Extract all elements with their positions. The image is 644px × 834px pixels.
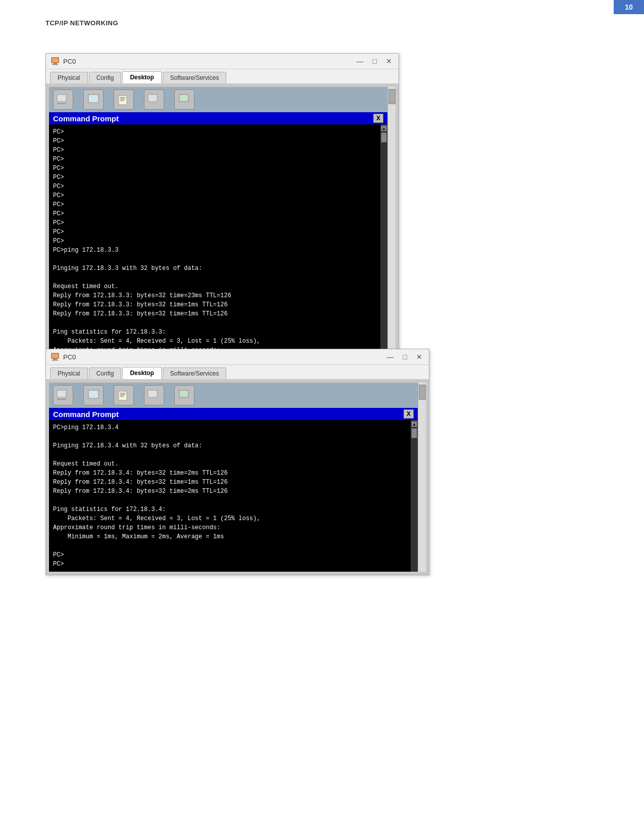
desktop-icon-1d: [144, 89, 164, 110]
cmd-scroll-up-1[interactable]: ▲: [381, 125, 387, 131]
svg-rect-16: [53, 359, 57, 360]
window-2-content: Command Prompt X PC>ping 172.18.3.4 Ping…: [46, 380, 429, 575]
window-2-title: PC0: [63, 353, 76, 361]
svg-rect-22: [90, 398, 96, 400]
svg-rect-15: [52, 353, 59, 358]
page-header: TCP/IP NETWORKING: [45, 19, 118, 27]
close-button[interactable]: ✕: [384, 58, 393, 65]
tab-desktop-2[interactable]: Desktop: [122, 367, 161, 379]
window-2-titlebar: PC0 — □ ✕: [46, 349, 429, 365]
desktop-icon-1e: [174, 89, 194, 110]
svg-rect-4: [58, 102, 65, 103]
cmd-body-2: PC>ping 172.18.3.4 Pinging 172.18.3.4 wi…: [49, 420, 411, 572]
window-1-controls[interactable]: — □ ✕: [355, 58, 393, 65]
minimize-button-2[interactable]: —: [385, 353, 395, 360]
svg-rect-29: [179, 390, 188, 397]
desktop-icon-1c: [114, 89, 134, 110]
cmd-body-scroll-2: PC>ping 172.18.3.4 Pinging 172.18.3.4 wi…: [49, 420, 418, 572]
window-2: PC0 — □ ✕ Physical Config Desktop Softwa…: [45, 349, 429, 575]
window-2-scroll-area: Command Prompt X PC>ping 172.18.3.4 Ping…: [49, 383, 426, 572]
desktop-icon-2c: [114, 385, 134, 405]
cmd-scroll-up-2[interactable]: ▲: [411, 421, 417, 427]
maximize-button[interactable]: □: [371, 58, 378, 65]
desktop-icon-2e: [174, 385, 194, 405]
pc-icon: [51, 57, 60, 66]
cmd-titlebar-2: Command Prompt X: [49, 408, 418, 420]
window-2-scrollbar[interactable]: [418, 383, 426, 572]
svg-rect-23: [119, 391, 127, 400]
desktop-icon-2b: [83, 385, 104, 405]
desktop-icon-1b: [83, 89, 104, 110]
window-2-title-area: PC0: [51, 352, 76, 361]
tab-physical-2[interactable]: Physical: [50, 367, 88, 379]
svg-rect-18: [57, 390, 66, 397]
svg-rect-5: [57, 103, 66, 104]
window-1-titlebar: PC0 — □ ✕: [46, 54, 399, 69]
window-2-tabs: Physical Config Desktop Software/Service…: [46, 365, 429, 380]
svg-rect-7: [90, 103, 96, 104]
svg-rect-19: [58, 397, 65, 399]
svg-rect-14: [179, 95, 188, 102]
tab-config-2[interactable]: Config: [89, 367, 122, 379]
cmd-scroll-thumb-2[interactable]: [411, 428, 417, 438]
svg-rect-17: [52, 360, 58, 361]
svg-rect-27: [148, 390, 157, 397]
svg-rect-12: [148, 95, 157, 102]
svg-rect-6: [88, 95, 98, 103]
desktop-icon-2d: [144, 385, 164, 405]
cmd-body-1: PC> PC> PC> PC> PC> PC> PC> PC> PC> PC> …: [49, 124, 380, 367]
window-1-scrollbar[interactable]: [387, 87, 395, 367]
page-number: 10: [614, 0, 644, 14]
cmd-close-btn-1[interactable]: X: [373, 114, 383, 123]
cmd-scroll-thumb-1[interactable]: [381, 132, 387, 143]
svg-rect-1: [53, 63, 57, 64]
tab-desktop-1[interactable]: Desktop: [122, 71, 161, 83]
tab-software-2[interactable]: Software/Services: [163, 367, 227, 379]
window-1-title: PC0: [63, 58, 76, 65]
svg-rect-3: [57, 95, 66, 102]
window-1-tabs: Physical Config Desktop Software/Service…: [46, 69, 399, 84]
window-1-scroll-area: Command Prompt X PC> PC> PC> PC> PC> PC>…: [49, 87, 395, 367]
desktop-icon-2a: [53, 385, 73, 405]
cmd-window-2: Command Prompt X PC>ping 172.18.3.4 Ping…: [49, 408, 418, 572]
svg-rect-8: [119, 96, 127, 105]
minimize-button[interactable]: —: [355, 58, 365, 65]
svg-rect-20: [57, 399, 66, 400]
svg-rect-0: [52, 58, 59, 63]
cmd-title-2: Command Prompt: [53, 410, 119, 419]
pc-icon-2: [51, 352, 60, 361]
svg-rect-21: [88, 390, 98, 398]
cmd-body-scroll-1: PC> PC> PC> PC> PC> PC> PC> PC> PC> PC> …: [49, 124, 387, 367]
tab-software-1[interactable]: Software/Services: [163, 72, 227, 83]
window-2-controls[interactable]: — □ ✕: [385, 353, 424, 360]
svg-rect-28: [149, 397, 156, 399]
svg-rect-2: [52, 64, 58, 65]
maximize-button-2[interactable]: □: [402, 353, 409, 360]
tab-config-1[interactable]: Config: [89, 72, 122, 83]
desktop-icons-bar-1: [49, 87, 387, 112]
cmd-window-1: Command Prompt X PC> PC> PC> PC> PC> PC>…: [49, 112, 387, 367]
cmd-scrollbar-1[interactable]: ▲: [380, 124, 387, 367]
window-1-scroll-thumb[interactable]: [388, 89, 395, 104]
cmd-scrollbar-2[interactable]: ▲: [411, 420, 418, 572]
window-1-title-area: PC0: [51, 57, 76, 66]
cmd-close-btn-2[interactable]: X: [404, 409, 414, 419]
tab-physical-1[interactable]: Physical: [50, 72, 88, 83]
window-2-scroll-thumb[interactable]: [419, 385, 426, 400]
close-button-2[interactable]: ✕: [415, 353, 424, 360]
cmd-titlebar-1: Command Prompt X: [49, 112, 387, 124]
window-1-content: Command Prompt X PC> PC> PC> PC> PC> PC>…: [46, 84, 399, 370]
desktop-icons-bar-2: [49, 383, 418, 408]
desktop-icon-1a: [53, 89, 73, 110]
window-1: PC0 — □ ✕ Physical Config Desktop Softwa…: [45, 53, 399, 370]
cmd-title-1: Command Prompt: [53, 114, 119, 123]
svg-rect-13: [149, 102, 156, 103]
